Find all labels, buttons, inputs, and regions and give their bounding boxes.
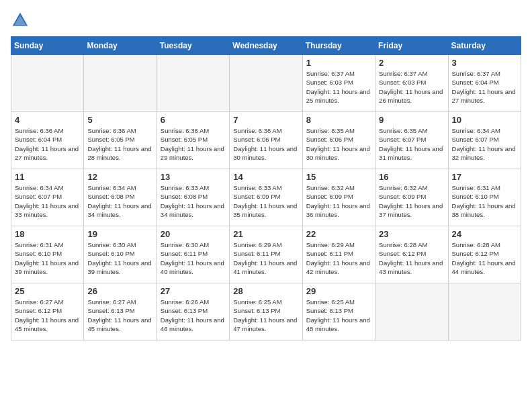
day-number: 16: [379, 172, 444, 182]
day-number: 26: [87, 286, 152, 296]
calendar-cell: 10Sunrise: 6:34 AM Sunset: 6:07 PM Dayli…: [448, 112, 521, 169]
week-row-4: 18Sunrise: 6:31 AM Sunset: 6:10 PM Dayli…: [11, 226, 521, 283]
week-row-3: 11Sunrise: 6:34 AM Sunset: 6:07 PM Dayli…: [11, 169, 521, 226]
calendar-cell: 19Sunrise: 6:30 AM Sunset: 6:10 PM Dayli…: [84, 226, 157, 283]
calendar-cell: 9Sunrise: 6:35 AM Sunset: 6:07 PM Daylig…: [375, 112, 448, 169]
day-number: 10: [452, 115, 517, 125]
day-header-wednesday: Wednesday: [230, 37, 302, 55]
day-number: 18: [15, 229, 80, 239]
calendar-cell: 13Sunrise: 6:33 AM Sunset: 6:08 PM Dayli…: [157, 169, 229, 226]
day-info: Sunrise: 6:29 AM Sunset: 6:11 PM Dayligh…: [306, 240, 371, 276]
calendar-cell: 23Sunrise: 6:28 AM Sunset: 6:12 PM Dayli…: [375, 226, 448, 283]
calendar-cell: [375, 283, 448, 340]
calendar-cell: 4Sunrise: 6:36 AM Sunset: 6:04 PM Daylig…: [11, 112, 84, 169]
day-info: Sunrise: 6:33 AM Sunset: 6:09 PM Dayligh…: [233, 183, 298, 219]
calendar-cell: 12Sunrise: 6:34 AM Sunset: 6:08 PM Dayli…: [84, 169, 157, 226]
day-number: 20: [161, 229, 226, 239]
day-header-friday: Friday: [375, 37, 448, 55]
day-number: 15: [306, 172, 371, 182]
day-number: 24: [452, 229, 517, 239]
day-number: 2: [379, 58, 444, 68]
day-info: Sunrise: 6:30 AM Sunset: 6:11 PM Dayligh…: [161, 240, 226, 276]
calendar-cell: 17Sunrise: 6:31 AM Sunset: 6:10 PM Dayli…: [448, 169, 521, 226]
day-number: 28: [233, 286, 298, 296]
calendar-cell: [157, 55, 229, 112]
day-info: Sunrise: 6:34 AM Sunset: 6:07 PM Dayligh…: [452, 126, 517, 162]
day-number: 3: [452, 58, 517, 68]
calendar-cell: [11, 55, 84, 112]
day-info: Sunrise: 6:25 AM Sunset: 6:13 PM Dayligh…: [306, 298, 371, 333]
day-header-sunday: Sunday: [11, 37, 84, 55]
day-number: 14: [233, 172, 298, 182]
calendar-cell: 14Sunrise: 6:33 AM Sunset: 6:09 PM Dayli…: [230, 169, 302, 226]
calendar-table: SundayMondayTuesdayWednesdayThursdayFrid…: [11, 36, 521, 340]
day-number: 21: [233, 229, 298, 239]
day-number: 22: [306, 229, 371, 239]
calendar-cell: 3Sunrise: 6:37 AM Sunset: 6:04 PM Daylig…: [448, 55, 521, 112]
calendar-cell: 28Sunrise: 6:25 AM Sunset: 6:13 PM Dayli…: [230, 283, 302, 340]
day-info: Sunrise: 6:37 AM Sunset: 6:03 PM Dayligh…: [306, 69, 371, 105]
calendar-cell: 24Sunrise: 6:28 AM Sunset: 6:12 PM Dayli…: [448, 226, 521, 283]
day-info: Sunrise: 6:35 AM Sunset: 6:07 PM Dayligh…: [379, 126, 444, 162]
day-number: 1: [306, 58, 371, 68]
day-info: Sunrise: 6:30 AM Sunset: 6:10 PM Dayligh…: [87, 240, 152, 276]
day-number: 27: [161, 286, 226, 296]
day-info: Sunrise: 6:27 AM Sunset: 6:13 PM Dayligh…: [87, 298, 152, 333]
day-header-tuesday: Tuesday: [157, 37, 229, 55]
day-number: 9: [379, 115, 444, 125]
calendar-cell: 6Sunrise: 6:36 AM Sunset: 6:05 PM Daylig…: [157, 112, 229, 169]
day-info: Sunrise: 6:29 AM Sunset: 6:11 PM Dayligh…: [233, 240, 298, 276]
calendar-cell: 20Sunrise: 6:30 AM Sunset: 6:11 PM Dayli…: [157, 226, 229, 283]
calendar-cell: 2Sunrise: 6:37 AM Sunset: 6:03 PM Daylig…: [375, 55, 448, 112]
week-row-1: 1Sunrise: 6:37 AM Sunset: 6:03 PM Daylig…: [11, 55, 521, 112]
calendar-cell: 21Sunrise: 6:29 AM Sunset: 6:11 PM Dayli…: [230, 226, 302, 283]
day-info: Sunrise: 6:32 AM Sunset: 6:09 PM Dayligh…: [306, 183, 371, 219]
day-number: 8: [306, 115, 371, 125]
day-info: Sunrise: 6:35 AM Sunset: 6:06 PM Dayligh…: [306, 126, 371, 162]
week-row-5: 25Sunrise: 6:27 AM Sunset: 6:12 PM Dayli…: [11, 283, 521, 340]
day-number: 25: [15, 286, 80, 296]
calendar-cell: 18Sunrise: 6:31 AM Sunset: 6:10 PM Dayli…: [11, 226, 84, 283]
calendar-cell: 11Sunrise: 6:34 AM Sunset: 6:07 PM Dayli…: [11, 169, 84, 226]
day-info: Sunrise: 6:32 AM Sunset: 6:09 PM Dayligh…: [379, 183, 444, 219]
logo: [11, 11, 32, 30]
day-number: 6: [161, 115, 226, 125]
calendar-cell: [448, 283, 521, 340]
calendar-cell: 29Sunrise: 6:25 AM Sunset: 6:13 PM Dayli…: [302, 283, 375, 340]
day-number: 17: [452, 172, 517, 182]
calendar-cell: 1Sunrise: 6:37 AM Sunset: 6:03 PM Daylig…: [302, 55, 375, 112]
day-number: 19: [87, 229, 152, 239]
logo-icon: [11, 11, 30, 30]
day-info: Sunrise: 6:27 AM Sunset: 6:12 PM Dayligh…: [15, 298, 80, 333]
day-number: 12: [87, 172, 152, 182]
day-info: Sunrise: 6:36 AM Sunset: 6:05 PM Dayligh…: [161, 126, 226, 162]
day-info: Sunrise: 6:31 AM Sunset: 6:10 PM Dayligh…: [15, 240, 80, 276]
day-number: 13: [161, 172, 226, 182]
day-info: Sunrise: 6:28 AM Sunset: 6:12 PM Dayligh…: [452, 240, 517, 276]
day-number: 4: [15, 115, 80, 125]
day-info: Sunrise: 6:31 AM Sunset: 6:10 PM Dayligh…: [452, 183, 517, 219]
day-header-thursday: Thursday: [302, 37, 375, 55]
day-header-saturday: Saturday: [448, 37, 521, 55]
day-number: 23: [379, 229, 444, 239]
calendar-cell: 27Sunrise: 6:26 AM Sunset: 6:13 PM Dayli…: [157, 283, 229, 340]
day-number: 5: [87, 115, 152, 125]
day-info: Sunrise: 6:33 AM Sunset: 6:08 PM Dayligh…: [161, 183, 226, 219]
day-info: Sunrise: 6:36 AM Sunset: 6:06 PM Dayligh…: [233, 126, 298, 162]
day-number: 7: [233, 115, 298, 125]
day-info: Sunrise: 6:34 AM Sunset: 6:08 PM Dayligh…: [87, 183, 152, 219]
day-info: Sunrise: 6:25 AM Sunset: 6:13 PM Dayligh…: [233, 298, 298, 333]
day-info: Sunrise: 6:36 AM Sunset: 6:04 PM Dayligh…: [15, 126, 80, 162]
calendar-cell: 15Sunrise: 6:32 AM Sunset: 6:09 PM Dayli…: [302, 169, 375, 226]
calendar-cell: 26Sunrise: 6:27 AM Sunset: 6:13 PM Dayli…: [84, 283, 157, 340]
calendar-cell: 5Sunrise: 6:36 AM Sunset: 6:05 PM Daylig…: [84, 112, 157, 169]
calendar-header-row: SundayMondayTuesdayWednesdayThursdayFrid…: [11, 37, 521, 55]
calendar-cell: [230, 55, 302, 112]
calendar-cell: [84, 55, 157, 112]
day-header-monday: Monday: [84, 37, 157, 55]
calendar-cell: 7Sunrise: 6:36 AM Sunset: 6:06 PM Daylig…: [230, 112, 302, 169]
calendar-cell: 16Sunrise: 6:32 AM Sunset: 6:09 PM Dayli…: [375, 169, 448, 226]
calendar-cell: 8Sunrise: 6:35 AM Sunset: 6:06 PM Daylig…: [302, 112, 375, 169]
day-info: Sunrise: 6:36 AM Sunset: 6:05 PM Dayligh…: [87, 126, 152, 162]
page-header: [11, 11, 521, 30]
